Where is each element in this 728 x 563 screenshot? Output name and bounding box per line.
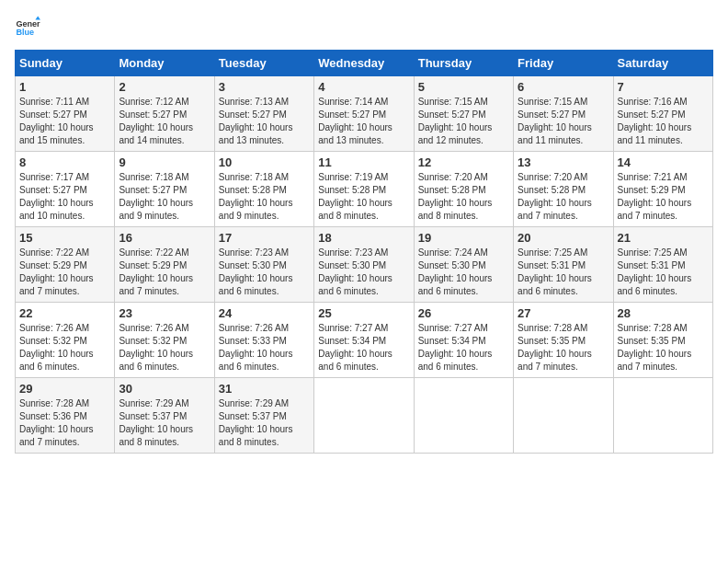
day-detail: Sunrise: 7:24 AMSunset: 5:30 PMDaylight:… (418, 247, 493, 296)
day-cell: 27 Sunrise: 7:28 AMSunset: 5:35 PMDaylig… (514, 303, 613, 378)
day-cell: 2 Sunrise: 7:12 AMSunset: 5:27 PMDayligh… (115, 76, 214, 152)
day-detail: Sunrise: 7:17 AMSunset: 5:27 PMDaylight:… (19, 172, 94, 221)
day-number: 3 (219, 80, 310, 94)
day-cell: 30 Sunrise: 7:29 AMSunset: 5:37 PMDaylig… (115, 378, 214, 454)
day-detail: Sunrise: 7:21 AMSunset: 5:29 PMDaylight:… (618, 172, 692, 221)
day-detail: Sunrise: 7:18 AMSunset: 5:27 PMDaylight:… (119, 172, 193, 221)
day-detail: Sunrise: 7:28 AMSunset: 5:35 PMDaylight:… (518, 323, 592, 372)
week-row-5: 29 Sunrise: 7:28 AMSunset: 5:36 PMDaylig… (16, 378, 713, 454)
day-detail: Sunrise: 7:16 AMSunset: 5:27 PMDaylight:… (618, 97, 692, 145)
day-detail: Sunrise: 7:25 AMSunset: 5:31 PMDaylight:… (618, 247, 692, 296)
day-cell: 4 Sunrise: 7:14 AMSunset: 5:27 PMDayligh… (314, 76, 414, 152)
day-detail: Sunrise: 7:29 AMSunset: 5:37 PMDaylight:… (119, 398, 193, 447)
day-number: 12 (418, 155, 509, 169)
week-row-2: 8 Sunrise: 7:17 AMSunset: 5:27 PMDayligh… (16, 152, 713, 227)
day-number: 4 (318, 80, 409, 94)
day-cell: 23 Sunrise: 7:26 AMSunset: 5:32 PMDaylig… (115, 303, 214, 378)
day-detail: Sunrise: 7:18 AMSunset: 5:28 PMDaylight:… (219, 172, 293, 221)
day-number: 31 (219, 382, 310, 396)
day-number: 8 (19, 155, 110, 169)
col-header-monday: Monday (115, 51, 214, 76)
day-cell: 13 Sunrise: 7:20 AMSunset: 5:28 PMDaylig… (514, 152, 613, 227)
day-cell: 14 Sunrise: 7:21 AMSunset: 5:29 PMDaylig… (613, 152, 712, 227)
day-cell: 25 Sunrise: 7:27 AMSunset: 5:34 PMDaylig… (314, 303, 414, 378)
day-detail: Sunrise: 7:29 AMSunset: 5:37 PMDaylight:… (219, 398, 293, 447)
day-detail: Sunrise: 7:26 AMSunset: 5:32 PMDaylight:… (119, 323, 193, 372)
day-cell: 21 Sunrise: 7:25 AMSunset: 5:31 PMDaylig… (613, 227, 712, 303)
day-number: 7 (618, 80, 709, 94)
day-detail: Sunrise: 7:15 AMSunset: 5:27 PMDaylight:… (418, 97, 493, 145)
day-cell: 11 Sunrise: 7:19 AMSunset: 5:28 PMDaylig… (314, 152, 414, 227)
day-number: 14 (618, 155, 709, 169)
day-number: 25 (318, 306, 409, 320)
day-cell: 17 Sunrise: 7:23 AMSunset: 5:30 PMDaylig… (214, 227, 313, 303)
day-number: 17 (219, 231, 310, 245)
day-number: 26 (418, 306, 509, 320)
col-header-friday: Friday (514, 51, 613, 76)
day-number: 27 (518, 306, 609, 320)
day-number: 18 (318, 231, 409, 245)
day-number: 23 (119, 306, 210, 320)
day-number: 22 (19, 306, 110, 320)
day-detail: Sunrise: 7:25 AMSunset: 5:31 PMDaylight:… (518, 247, 592, 296)
day-cell: 10 Sunrise: 7:18 AMSunset: 5:28 PMDaylig… (214, 152, 313, 227)
day-detail: Sunrise: 7:27 AMSunset: 5:34 PMDaylight:… (318, 323, 392, 372)
day-cell: 1 Sunrise: 7:11 AMSunset: 5:27 PMDayligh… (16, 76, 115, 152)
day-cell: 16 Sunrise: 7:22 AMSunset: 5:29 PMDaylig… (115, 227, 214, 303)
day-detail: Sunrise: 7:26 AMSunset: 5:32 PMDaylight:… (19, 323, 94, 372)
day-detail: Sunrise: 7:27 AMSunset: 5:34 PMDaylight:… (418, 323, 493, 372)
day-cell: 3 Sunrise: 7:13 AMSunset: 5:27 PMDayligh… (214, 76, 313, 152)
svg-text:General: General (16, 19, 40, 29)
svg-marker-2 (35, 16, 40, 19)
day-number: 11 (318, 155, 409, 169)
logo-icon: General Blue (15, 15, 40, 40)
day-detail: Sunrise: 7:20 AMSunset: 5:28 PMDaylight:… (418, 172, 493, 221)
day-cell: 9 Sunrise: 7:18 AMSunset: 5:27 PMDayligh… (115, 152, 214, 227)
day-detail: Sunrise: 7:14 AMSunset: 5:27 PMDaylight:… (318, 97, 392, 145)
day-number: 6 (518, 80, 609, 94)
day-number: 9 (119, 155, 210, 169)
day-cell: 15 Sunrise: 7:22 AMSunset: 5:29 PMDaylig… (16, 227, 115, 303)
day-number: 5 (418, 80, 509, 94)
day-number: 15 (19, 231, 110, 245)
svg-text:Blue: Blue (16, 28, 34, 37)
day-cell: 26 Sunrise: 7:27 AMSunset: 5:34 PMDaylig… (414, 303, 513, 378)
day-cell (414, 378, 513, 454)
page-header: General Blue (15, 15, 713, 40)
day-cell: 31 Sunrise: 7:29 AMSunset: 5:37 PMDaylig… (214, 378, 313, 454)
day-number: 10 (219, 155, 310, 169)
day-cell: 22 Sunrise: 7:26 AMSunset: 5:32 PMDaylig… (16, 303, 115, 378)
day-number: 16 (119, 231, 210, 245)
day-detail: Sunrise: 7:22 AMSunset: 5:29 PMDaylight:… (119, 247, 193, 296)
day-cell: 20 Sunrise: 7:25 AMSunset: 5:31 PMDaylig… (514, 227, 613, 303)
week-row-3: 15 Sunrise: 7:22 AMSunset: 5:29 PMDaylig… (16, 227, 713, 303)
week-row-1: 1 Sunrise: 7:11 AMSunset: 5:27 PMDayligh… (16, 76, 713, 152)
col-header-sunday: Sunday (16, 51, 115, 76)
day-detail: Sunrise: 7:28 AMSunset: 5:36 PMDaylight:… (19, 398, 94, 447)
day-detail: Sunrise: 7:26 AMSunset: 5:33 PMDaylight:… (219, 323, 293, 372)
calendar-table: SundayMondayTuesdayWednesdayThursdayFrid… (15, 50, 713, 454)
day-number: 30 (119, 382, 210, 396)
day-number: 24 (219, 306, 310, 320)
day-number: 20 (518, 231, 609, 245)
col-header-thursday: Thursday (414, 51, 513, 76)
day-number: 19 (418, 231, 509, 245)
day-detail: Sunrise: 7:20 AMSunset: 5:28 PMDaylight:… (518, 172, 592, 221)
day-cell: 24 Sunrise: 7:26 AMSunset: 5:33 PMDaylig… (214, 303, 313, 378)
col-header-wednesday: Wednesday (314, 51, 414, 76)
day-cell: 7 Sunrise: 7:16 AMSunset: 5:27 PMDayligh… (613, 76, 712, 152)
day-cell: 29 Sunrise: 7:28 AMSunset: 5:36 PMDaylig… (16, 378, 115, 454)
day-detail: Sunrise: 7:12 AMSunset: 5:27 PMDaylight:… (119, 97, 193, 145)
logo: General Blue (15, 15, 40, 40)
week-row-4: 22 Sunrise: 7:26 AMSunset: 5:32 PMDaylig… (16, 303, 713, 378)
day-cell: 8 Sunrise: 7:17 AMSunset: 5:27 PMDayligh… (16, 152, 115, 227)
day-cell: 18 Sunrise: 7:23 AMSunset: 5:30 PMDaylig… (314, 227, 414, 303)
day-detail: Sunrise: 7:23 AMSunset: 5:30 PMDaylight:… (219, 247, 293, 296)
day-number: 13 (518, 155, 609, 169)
day-detail: Sunrise: 7:11 AMSunset: 5:27 PMDaylight:… (19, 97, 94, 145)
day-number: 21 (618, 231, 709, 245)
day-cell (514, 378, 613, 454)
day-detail: Sunrise: 7:19 AMSunset: 5:28 PMDaylight:… (318, 172, 392, 221)
day-cell: 5 Sunrise: 7:15 AMSunset: 5:27 PMDayligh… (414, 76, 513, 152)
col-header-tuesday: Tuesday (214, 51, 313, 76)
